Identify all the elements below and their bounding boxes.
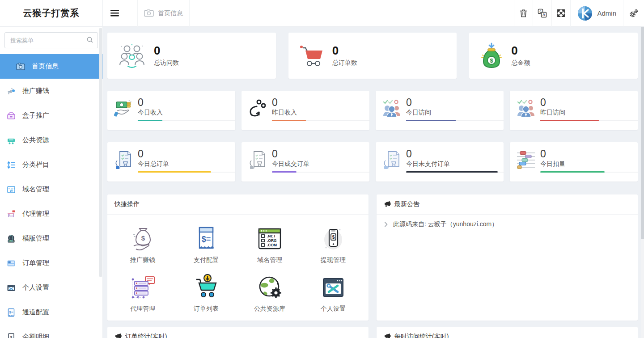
svg-text:$: $ xyxy=(490,57,494,64)
quick-action-resource-library[interactable]: 公共资源库 xyxy=(238,274,301,313)
quick-action-label: 推广赚钱 xyxy=(130,256,155,264)
translate-icon[interactable]: 文A xyxy=(533,0,551,27)
trash-icon[interactable] xyxy=(514,0,533,27)
pay-receipt-icon: $= xyxy=(193,225,220,252)
visitors-icon xyxy=(516,98,536,118)
svg-text:.NET: .NET xyxy=(267,234,276,238)
sidebar-item-category[interactable]: 分类栏目 xyxy=(0,152,102,177)
svg-text:HTML: HTML xyxy=(8,240,14,242)
page-scrollbar-thumb[interactable] xyxy=(641,27,644,239)
settings-window-icon xyxy=(6,283,16,293)
sidebar-scrollbar[interactable] xyxy=(99,28,102,277)
promote-icon xyxy=(6,86,16,96)
tab-home-info[interactable]: 首页信息 xyxy=(137,0,190,27)
hourly-visit-stats-panel: 每时访问统计(实时) xyxy=(377,327,638,338)
stat-card-today-deduction: 0 今日扣量 xyxy=(510,142,638,182)
stat-value: 0 xyxy=(540,148,638,160)
quick-action-pay-config[interactable]: $= 支付配置 xyxy=(174,225,238,264)
sidebar-item-personal-settings[interactable]: 个人设置 xyxy=(0,275,102,300)
stat-card-today-deal-orders: 0 今日成交订单 xyxy=(242,142,369,182)
stat-card-today-visits: 0 今日访问 xyxy=(376,91,504,130)
sidebar-item-label: 通道配置 xyxy=(22,308,49,317)
sidebar-item-domain[interactable]: w 域名管理 xyxy=(0,177,102,202)
fullscreen-icon[interactable] xyxy=(551,0,570,27)
stat-bar-fill xyxy=(406,120,456,121)
stat-label: 总访问数 xyxy=(154,59,179,67)
stat-label: 总金额 xyxy=(511,59,530,67)
navbar-right: 文A Admin xyxy=(514,0,644,27)
sidebar-item-home-info[interactable]: 首页信息 xyxy=(0,54,102,79)
stat-card-total-amount: $ 0 总金额 xyxy=(469,33,638,79)
sidebar-item-label: 首页信息 xyxy=(32,62,59,71)
top-navbar: 首页信息 文A Admin xyxy=(103,0,644,27)
sidebar-item-box-promote[interactable]: 盒子推广 xyxy=(0,103,102,128)
sidebar-item-label: 个人设置 xyxy=(22,283,49,292)
settings-gears-icon[interactable] xyxy=(623,0,644,27)
sidebar-item-public-resource[interactable]: 公共资源 xyxy=(0,128,102,152)
sidebar-item-label: 盒子推广 xyxy=(22,111,49,120)
search-input[interactable] xyxy=(4,32,98,48)
hourly-visit-stats-header: 每时访问统计(实时) xyxy=(377,327,638,338)
sidebar-search xyxy=(4,32,98,48)
sidebar-item-promote-earn[interactable]: 推广赚钱 xyxy=(0,79,102,103)
svg-text:$: $ xyxy=(332,235,335,240)
stat-card-yesterday-visits: 0 昨日访问 xyxy=(510,91,638,130)
stat-value: 0 xyxy=(406,97,504,108)
dashboard-content: 0 总访问数 0 总订单数 $ xyxy=(103,27,644,338)
quick-actions-header: 快捷操作 xyxy=(107,194,369,215)
svg-text:$=: $= xyxy=(202,235,211,244)
stat-bar-fill xyxy=(138,171,211,173)
megaphone-icon xyxy=(384,201,391,208)
hamburger-menu-icon[interactable] xyxy=(103,0,126,27)
quick-action-label: 个人设置 xyxy=(321,305,346,313)
stats-row-1: 0 总访问数 0 总订单数 $ xyxy=(107,33,638,79)
quick-action-agent-manage[interactable]: 代理管理 xyxy=(111,274,174,313)
order-cart-icon xyxy=(193,274,220,301)
stat-bar-fill xyxy=(540,120,599,121)
sidebar-item-label: 余额明细 xyxy=(22,333,49,338)
quick-action-label: 订单列表 xyxy=(194,305,219,313)
svg-text:w: w xyxy=(9,188,13,193)
sidebar-item-label: 模版管理 xyxy=(22,234,49,243)
stat-text: 0 今日成交订单 xyxy=(272,148,369,182)
svg-text:$: $ xyxy=(10,335,13,338)
announcement-item[interactable]: 此源码来自: 云猴子（yunhouzi.com） xyxy=(377,215,638,234)
stat-value: 0 xyxy=(154,44,179,58)
quick-action-order-list[interactable]: 订单列表 xyxy=(174,274,238,313)
domain-w-icon: w xyxy=(6,185,16,194)
balance-doc-icon: $ xyxy=(6,332,16,338)
sidebar-item-label: 代理管理 xyxy=(22,210,49,218)
stat-text: 0 总订单数 xyxy=(332,44,357,67)
sidebar-item-label: 推广赚钱 xyxy=(22,87,49,95)
template-globe-icon: HTML xyxy=(6,234,16,244)
quick-action-withdraw-manage[interactable]: $ 提现管理 xyxy=(301,225,365,264)
red-cart-icon xyxy=(299,44,324,68)
sidebar-item-template[interactable]: HTML 模版管理 xyxy=(0,226,102,251)
order-stats-header: 订单统计(实时) xyxy=(107,327,369,338)
sidebar: 云猴子打赏系 首页信息 推广赚钱 xyxy=(0,0,103,338)
stat-label: 今日未支付订单 xyxy=(406,160,504,168)
quick-action-personal-settings[interactable]: 个人设置 xyxy=(301,274,365,313)
stat-value: 0 xyxy=(138,148,235,160)
stat-text: 0 今日扣量 xyxy=(540,148,638,182)
user-menu[interactable]: Admin xyxy=(570,0,623,27)
page-scrollbar[interactable] xyxy=(641,27,644,338)
stat-card-today-income: 0 今日收入 xyxy=(107,91,235,130)
sidebar-item-channel-config[interactable]: $= 通道配置 xyxy=(0,300,102,325)
stat-bar-fill xyxy=(406,171,498,173)
stat-value: 0 xyxy=(138,97,235,108)
stat-text: 0 今日访问 xyxy=(406,97,504,130)
stat-card-today-unpaid-orders: 0 今日未支付订单 xyxy=(376,142,504,182)
stat-card-yesterday-income: 0 昨日收入 xyxy=(242,91,369,130)
money-bag-icon: $ xyxy=(480,42,503,69)
sidebar-item-balance-detail[interactable]: $ 余额明细 xyxy=(0,325,102,338)
stat-label: 今日成交订单 xyxy=(272,160,369,168)
quick-action-promote-earn[interactable]: $ 推广赚钱 xyxy=(111,225,174,264)
sidebar-item-order-manage[interactable]: 订单管理 xyxy=(0,251,102,275)
sidebar-item-agent[interactable]: 代理管理 xyxy=(0,202,102,226)
order-receipt-light-icon xyxy=(382,150,402,169)
stat-value: 0 xyxy=(511,44,530,58)
sidebar-item-label: 分类栏目 xyxy=(22,161,49,169)
stat-bar-fill xyxy=(540,171,605,173)
quick-action-domain-manage[interactable]: .NET.ORG.COM 域名管理 xyxy=(238,225,301,264)
